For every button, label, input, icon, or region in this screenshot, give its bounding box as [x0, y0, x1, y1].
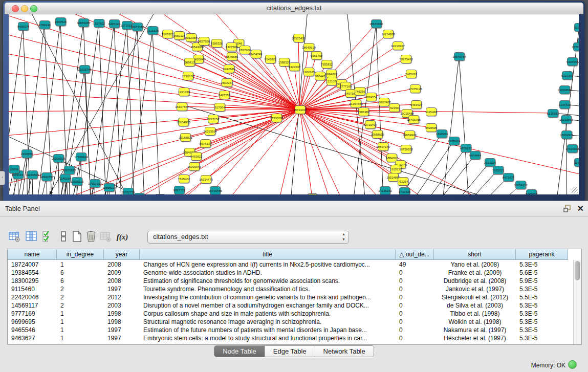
graph-node[interactable]: 10958107 [104, 183, 115, 192]
graph-node[interactable]: 12505115 [72, 177, 82, 186]
column-header-short[interactable]: short [434, 249, 516, 260]
graph-node[interactable]: 3769140 [39, 20, 50, 29]
graph-node[interactable]: 12823445 [134, 193, 145, 194]
graph-node[interactable]: 15692971 [561, 130, 572, 139]
table-selector-dropdown[interactable]: citations_edges.txt ▲▼ [147, 231, 349, 244]
graph-node[interactable]: 20206526 [53, 154, 64, 163]
graph-node[interactable]: 989612 [184, 58, 195, 67]
table-row[interactable]: 977716911998Corpus callosum shape and si… [8, 310, 574, 318]
graph-node[interactable]: 6961758 [311, 51, 322, 60]
graph-node[interactable]: 910714 [574, 23, 579, 32]
select-columns-button[interactable] [41, 230, 54, 243]
graph-node[interactable]: 1221338 [179, 87, 189, 96]
graph-node[interactable]: 16325419 [293, 34, 304, 42]
graph-node[interactable]: 11156823 [27, 170, 38, 179]
network-window-titlebar[interactable]: citations_edges.txt [5, 3, 583, 14]
graph-node[interactable]: 17359924 [76, 152, 86, 161]
graph-node[interactable]: 18640910 [303, 43, 314, 52]
graph-node[interactable]: 8912954 [186, 33, 197, 42]
graph-node[interactable]: 8549757 [307, 193, 318, 194]
graph-node[interactable]: 16353594 [205, 127, 215, 136]
graph-node[interactable]: 9245652 [526, 189, 537, 194]
graph-node[interactable]: 17957253 [90, 179, 100, 188]
table-row[interactable]: 2242004622012Investigating the contribut… [8, 293, 574, 301]
graph-node[interactable]: 19166825 [180, 133, 191, 142]
show-columns-button[interactable] [25, 230, 38, 243]
graph-node[interactable]: 9242845 [224, 64, 234, 73]
graph-node[interactable]: 8267150 [208, 115, 219, 123]
close-panel-icon[interactable]: ✕ [577, 203, 584, 214]
function-builder-button[interactable]: f(x) [116, 230, 129, 243]
graph-node[interactable]: 5875685 [227, 52, 237, 61]
graph-node[interactable]: 6879197 [461, 144, 471, 152]
graph-node[interactable]: 14136141 [380, 186, 390, 194]
graph-node[interactable]: 8454749 [251, 50, 262, 58]
graph-node[interactable]: 990448 [315, 72, 325, 80]
graph-node[interactable]: 19756928 [401, 145, 411, 154]
graph-node[interactable]: 1121072 [326, 77, 337, 85]
graph-node[interactable]: 10653287 [78, 18, 89, 27]
graph-node[interactable]: 9329966 [567, 57, 578, 66]
graph-node[interactable]: 16782759 [123, 188, 134, 194]
graph-node[interactable]: 8427552 [219, 91, 230, 99]
graph-node[interactable]: 7986382 [358, 107, 369, 116]
close-window-button[interactable] [12, 5, 19, 12]
graph-node[interactable]: 10807487 [379, 98, 389, 106]
graph-node[interactable]: 10975887 [64, 166, 75, 174]
graph-node[interactable]: 7625402 [179, 174, 189, 183]
graph-node[interactable]: 16154808 [383, 30, 394, 38]
graph-node[interactable]: 7632621 [493, 166, 504, 174]
graph-node[interactable]: 12093832 [559, 85, 570, 94]
graph-node[interactable]: 10688609 [372, 130, 383, 139]
graph-node[interactable]: 7515526 [147, 26, 158, 35]
graph-node[interactable]: 62160 [389, 103, 400, 112]
graph-node[interactable]: 2718126 [183, 72, 193, 80]
graph-node[interactable]: 9699695 [426, 123, 437, 132]
graph-node[interactable]: 21364486 [351, 99, 361, 108]
graph-node[interactable]: 9660128 [174, 31, 185, 40]
scrollbar-thumb[interactable] [575, 261, 580, 280]
graph-node[interactable]: 1249547 [155, 194, 165, 194]
table-mode-button[interactable] [8, 230, 21, 243]
graph-node[interactable]: 9115460 [426, 107, 437, 116]
column-header-out_de[interactable]: △ out_de... [396, 249, 434, 260]
table-row[interactable]: 1872400712008Changes of HCN gene express… [8, 260, 574, 269]
table-row[interactable]: 946554611997Estimation of the future num… [8, 326, 574, 334]
graph-node[interactable]: 16107553 [177, 102, 187, 111]
tab-network-table[interactable]: Network Table [315, 346, 374, 357]
graph-node[interactable]: 1690842 [578, 37, 579, 46]
graph-node[interactable]: 12213967 [393, 41, 403, 50]
delete-column-button[interactable] [84, 230, 98, 243]
collapse-panel-handle[interactable]: ‹ [0, 171, 5, 185]
graph-node[interactable]: 19654923 [404, 130, 415, 139]
graph-node[interactable]: 7663822 [162, 30, 173, 38]
graph-node[interactable]: 9474444 [470, 151, 481, 160]
zoom-window-button[interactable] [30, 5, 37, 12]
graph-node[interactable]: 9493822 [191, 152, 202, 161]
graph-node[interactable]: 116753 [574, 158, 579, 167]
network-canvas[interactable]: 1872400718300295766382296601288912954165… [9, 14, 579, 194]
graph-node[interactable]: 1615132 [390, 165, 401, 173]
graph-node[interactable]: 1527602 [94, 19, 104, 28]
graph-node[interactable]: 10973493 [401, 55, 411, 63]
graph-node[interactable]: 8215953 [548, 109, 558, 118]
graph-node[interactable]: 21915346 [79, 65, 90, 74]
graph-node[interactable]: 17016504 [567, 144, 578, 153]
table-row[interactable]: 911546021997Tourette syndrome. Phenomeno… [8, 285, 574, 293]
table-row[interactable]: 1830029562008Estimation of significance … [8, 277, 574, 285]
graph-node[interactable]: 9405574 [18, 22, 29, 31]
table-row[interactable]: 946362711997Embryonic stem cells: a mode… [8, 334, 574, 342]
graph-node[interactable]: 7485063 [406, 70, 417, 78]
graph-node[interactable]: 8938924 [449, 137, 460, 145]
graph-node[interactable]: 26576682 [371, 19, 382, 28]
graph-node[interactable]: 3824554 [366, 93, 377, 101]
graph-node[interactable]: 16671358 [132, 23, 143, 31]
graph-node[interactable]: 9227343 [562, 71, 573, 80]
tab-node-table[interactable]: Node Table [214, 346, 265, 357]
row-height-button[interactable] [57, 230, 70, 243]
graph-node[interactable]: 18495756 [408, 115, 419, 124]
graph-node[interactable]: 17375125 [410, 84, 421, 93]
float-panel-icon[interactable] [563, 205, 572, 213]
column-header-name[interactable]: name [8, 249, 57, 260]
graph-node[interactable]: 16909949 [189, 162, 200, 171]
